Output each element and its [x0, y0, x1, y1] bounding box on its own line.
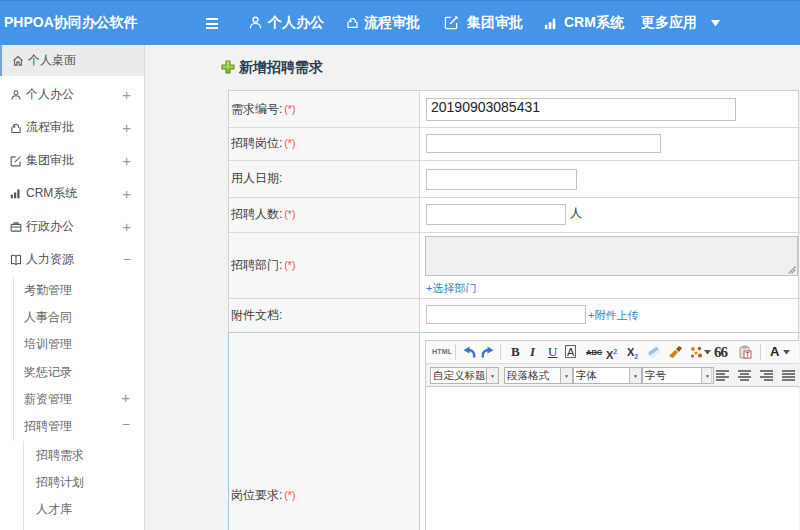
svg-text:T: T — [746, 351, 750, 358]
